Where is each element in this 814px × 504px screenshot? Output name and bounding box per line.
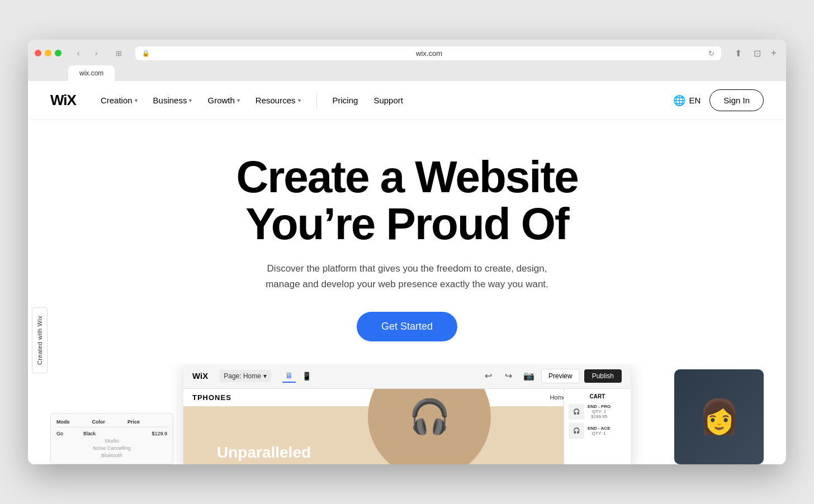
nav-creation[interactable]: Creation ▾ — [94, 91, 144, 110]
chevron-down-icon: ▾ — [135, 97, 138, 103]
editor-canvas: TPHONES Home Reviews Shop 🎧 — [183, 389, 631, 464]
logo-text: WiX — [50, 92, 76, 108]
redo-button[interactable]: ↪ — [501, 368, 517, 384]
nav-right: 🌐 EN Sign In — [673, 89, 764, 111]
editor-preview-container: WiX Page: Home ▾ 🖥 📱 ↩ ↪ — [50, 364, 764, 464]
cart-item-info: END - ACE QTY: 1 — [588, 426, 610, 436]
back-button[interactable]: ‹ — [70, 45, 86, 61]
hero-subtitle: Discover the platform that gives you the… — [250, 261, 564, 291]
active-tab[interactable]: wix.com — [68, 65, 115, 81]
browser-actions: ⬆ ⊡ + — [730, 45, 779, 61]
address-bar[interactable]: 🔒 wix.com ↻ — [135, 46, 721, 60]
hero-title: Create a Website You’re Proud Of — [236, 154, 578, 248]
nav-pricing[interactable]: Pricing — [326, 91, 365, 110]
forward-button[interactable]: › — [88, 45, 104, 61]
traffic-lights — [35, 50, 61, 56]
lock-icon: 🔒 — [142, 50, 150, 57]
toolbar-icons: 🖥 📱 — [282, 369, 314, 383]
chevron-down-icon: ▾ — [263, 372, 267, 380]
publish-button[interactable]: Publish — [584, 369, 622, 383]
undo-button[interactable]: ↩ — [481, 368, 496, 384]
cart-title: CART — [569, 393, 626, 400]
chevron-down-icon: ▾ — [189, 97, 192, 103]
editor-toolbar: WiX Page: Home ▾ 🖥 📱 ↩ ↪ — [183, 364, 631, 389]
cart-item-image: 🎧 — [569, 423, 584, 439]
page-content: WiX Creation ▾ Business ▾ Growth ▾ Resou… — [28, 81, 786, 464]
created-with-wix[interactable]: Created with Wix — [32, 307, 48, 373]
close-button[interactable] — [35, 50, 41, 56]
language-label: EN — [689, 96, 701, 105]
cart-item-info: END - PRO QTY: 1 $199.95 — [588, 404, 610, 419]
minimize-button[interactable] — [45, 50, 51, 56]
preview-button[interactable]: Preview — [541, 369, 580, 383]
browser-controls: ‹ › ⊞ 🔒 wix.com ↻ ⬆ ⊡ + — [35, 45, 779, 61]
share-button[interactable]: ⬆ — [730, 45, 746, 61]
toolbar-right: ↩ ↪ 📷 Preview Publish — [481, 368, 622, 384]
nav-divider — [316, 93, 317, 108]
nav-resources[interactable]: Resources ▾ — [249, 91, 307, 110]
nav-buttons: ‹ › — [70, 45, 104, 61]
refresh-button[interactable]: ↻ — [708, 49, 714, 58]
tab-row: wix.com — [35, 65, 779, 81]
tab-title: wix.com — [79, 69, 103, 77]
cart-item-image: 🎧 — [569, 404, 584, 420]
page-selector[interactable]: Page: Home ▾ — [219, 370, 271, 382]
person-illustration: 👩 — [698, 397, 740, 436]
sign-in-button[interactable]: Sign In — [709, 89, 764, 111]
add-tab-button[interactable]: + — [768, 47, 779, 59]
language-selector[interactable]: 🌐 EN — [673, 94, 701, 107]
editor-preview: WiX Page: Home ▾ 🖥 📱 ↩ ↪ — [183, 364, 631, 464]
cart-item: 🎧 END - PRO QTY: 1 $199.95 — [569, 404, 626, 420]
desktop-view-icon[interactable]: 🖥 — [282, 369, 296, 383]
sidebar-button[interactable]: ⊞ — [111, 45, 126, 61]
cart-panel: CART 🎧 END - PRO QTY: 1 $199.95 🎧 — [564, 389, 631, 464]
editor-logo: WiX — [192, 371, 208, 381]
navbar: WiX Creation ▾ Business ▾ Growth ▾ Resou… — [28, 81, 786, 120]
nav-business[interactable]: Business ▾ — [146, 91, 199, 110]
nav-support[interactable]: Support — [367, 91, 410, 110]
mobile-view-icon[interactable]: 📱 — [300, 369, 314, 383]
chevron-down-icon: ▾ — [237, 97, 240, 103]
person-card: 👩 — [674, 369, 764, 464]
nav-growth[interactable]: Growth ▾ — [201, 91, 246, 110]
get-started-button[interactable]: Get Started — [357, 312, 457, 341]
nav-items: Creation ▾ Business ▾ Growth ▾ Resources… — [94, 91, 674, 110]
url-text: wix.com — [153, 49, 706, 58]
maximize-button[interactable] — [55, 50, 61, 56]
globe-icon: 🌐 — [673, 94, 685, 107]
camera-button[interactable]: 📷 — [521, 368, 537, 384]
chevron-down-icon: ▾ — [298, 97, 301, 103]
new-tab-button[interactable]: ⊡ — [749, 45, 765, 61]
hero-section: Create a Website You’re Proud Of Discove… — [28, 120, 786, 464]
browser-window: ‹ › ⊞ 🔒 wix.com ↻ ⬆ ⊡ + wix.com — [28, 40, 786, 464]
product-table-panel: Mode Color Price Go Black $129.9 Studio … — [50, 413, 173, 464]
shop-headline: Unparalleled — [217, 444, 311, 462]
shop-name: TPHONES — [192, 393, 231, 402]
headphones-visual: 🎧 — [368, 389, 491, 464]
cart-item: 🎧 END - ACE QTY: 1 — [569, 423, 626, 439]
wix-logo: WiX — [50, 92, 76, 109]
browser-chrome: ‹ › ⊞ 🔒 wix.com ↻ ⬆ ⊡ + wix.com — [28, 40, 786, 81]
